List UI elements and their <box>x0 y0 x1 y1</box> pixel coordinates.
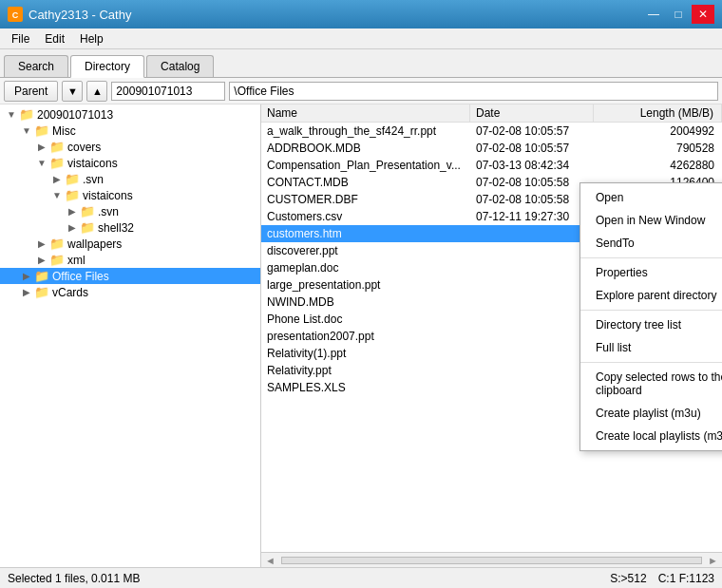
tree-item-covers[interactable]: ▶ 📁 covers <box>0 139 260 155</box>
tree-item-xml[interactable]: ▶ 📁 xml <box>0 252 260 268</box>
col-header-date[interactable]: Date <box>470 104 594 122</box>
file-length-0: 2004992 <box>594 123 722 139</box>
svg-text:C: C <box>12 10 19 20</box>
tab-search[interactable]: Search <box>4 55 68 77</box>
file-date-4: 07-02-08 10:05:58 <box>470 192 594 207</box>
expand-icon-vcards[interactable]: ▶ <box>19 287 34 297</box>
file-row-2[interactable]: Compensation_Plan_Presentation_v... 07-0… <box>261 157 722 174</box>
file-date-0: 07-02-08 10:05:57 <box>470 123 594 139</box>
folder-icon-svn-l3: 📁 <box>65 172 80 186</box>
folder-icon-root: 📁 <box>19 107 34 122</box>
menu-help[interactable]: Help <box>72 30 111 47</box>
col-header-name[interactable]: Name <box>261 104 470 122</box>
tree-item-svn-l4[interactable]: ▶ 📁 .svn <box>0 203 260 219</box>
ctx-open-new-window[interactable]: Open in New Window <box>580 209 722 232</box>
tree-label-root: 200901071013 <box>37 108 113 122</box>
menu-edit[interactable]: Edit <box>37 30 72 47</box>
tree-label-covers: covers <box>67 141 101 154</box>
file-date-1: 07-02-08 10:05:57 <box>470 141 594 156</box>
status-right: S:>512 C:1 F:1123 <box>610 572 714 585</box>
file-name-13: Relativity(1).ppt <box>261 346 470 361</box>
expand-icon-covers[interactable]: ▶ <box>34 142 49 152</box>
ctx-dir-tree-list[interactable]: Directory tree list <box>580 313 722 336</box>
tree-item-vcards[interactable]: ▶ 📁 vCards <box>0 284 260 300</box>
expand-icon-office[interactable]: ▶ <box>19 271 34 281</box>
tree-label-vcards: vCards <box>52 286 88 299</box>
tree-item-office-files[interactable]: ▶ 📁 Office Files <box>0 268 260 284</box>
expand-icon-wallpapers[interactable]: ▶ <box>34 238 49 249</box>
expand-icon-xml[interactable]: ▶ <box>34 255 49 265</box>
parent-button[interactable]: Parent <box>4 81 58 102</box>
tab-directory[interactable]: Directory <box>70 55 144 78</box>
folder-icon-svn-l4: 📁 <box>80 204 95 218</box>
close-button[interactable]: ✕ <box>692 5 714 24</box>
expand-icon-shell32[interactable]: ▶ <box>65 222 80 233</box>
folder-icon-wallpapers: 📁 <box>49 237 65 251</box>
tree-item-root[interactable]: ▼ 📁 200901071013 <box>0 106 260 123</box>
file-date-5: 07-12-11 19:27:30 <box>470 209 594 224</box>
tree-label-svn-l3: .svn <box>83 173 104 186</box>
tree-item-svn-l3[interactable]: ▶ 📁 .svn <box>0 171 260 187</box>
tree-item-vistaicons-l3[interactable]: ▼ 📁 vistaicons <box>0 187 260 203</box>
file-name-9: large_presentation.ppt <box>261 277 470 293</box>
expand-icon-root[interactable]: ▼ <box>4 109 19 120</box>
file-date-9 <box>470 277 594 293</box>
ctx-create-playlist[interactable]: Create playlist (m3u) <box>580 402 722 425</box>
context-menu: Open Open in New Window SendTo ► Propert… <box>580 182 722 451</box>
folder-icon-vcards: 📁 <box>34 285 49 299</box>
tree-panel[interactable]: ▼ 📁 200901071013 ▼ 📁 Misc ▶ 📁 covers ▼ 📁… <box>0 104 261 567</box>
tree-label-misc: Misc <box>52 124 76 138</box>
ctx-sendto[interactable]: SendTo ► <box>580 232 722 255</box>
menu-bar: File Edit Help <box>0 28 722 49</box>
ctx-separator-3 <box>580 362 722 363</box>
file-date-10 <box>470 294 594 310</box>
menu-file[interactable]: File <box>4 30 37 47</box>
current-path-display: \Office Files <box>229 82 718 101</box>
file-length-1: 790528 <box>594 141 722 156</box>
file-name-8: gameplan.doc <box>261 260 470 275</box>
ctx-separator-1 <box>580 257 722 258</box>
maximize-button[interactable]: □ <box>667 5 690 24</box>
tree-item-vistaicons-l2[interactable]: ▼ 📁 vistaicons <box>0 155 260 171</box>
catalog-path-input[interactable] <box>111 82 225 101</box>
tree-item-shell32[interactable]: ▶ 📁 shell32 <box>0 219 260 236</box>
expand-icon-vistaicons-l3[interactable]: ▼ <box>49 190 65 200</box>
file-date-12 <box>470 329 594 344</box>
ctx-full-list[interactable]: Full list <box>580 336 722 359</box>
file-row-0[interactable]: a_walk_through_the_sf424_rr.ppt 07-02-08… <box>261 123 722 140</box>
file-date-15 <box>470 380 594 395</box>
file-date-7 <box>470 243 594 258</box>
expand-icon-vistaicons-l2[interactable]: ▼ <box>34 158 49 168</box>
tab-catalog[interactable]: Catalog <box>146 55 214 77</box>
folder-icon-covers: 📁 <box>49 140 65 154</box>
file-column-headers: Name Date Length (MB/B) <box>261 104 722 123</box>
expand-icon-misc[interactable]: ▼ <box>19 125 34 136</box>
ctx-create-local-playlists[interactable]: Create local playlists (m3u) <box>580 425 722 447</box>
file-name-15: SAMPLES.XLS <box>261 380 470 395</box>
file-date-6 <box>470 226 594 241</box>
ctx-explore-parent[interactable]: Explore parent directory <box>580 284 722 307</box>
tree-label-vistaicons-l3: vistaicons <box>83 189 133 202</box>
toolbar: Parent ▼ ▲ \Office Files <box>0 78 722 104</box>
col-header-length[interactable]: Length (MB/B) <box>594 104 722 122</box>
file-row-1[interactable]: ADDRBOOK.MDB 07-02-08 10:05:57 790528 <box>261 140 722 157</box>
ctx-properties[interactable]: Properties <box>580 261 722 284</box>
tree-item-wallpapers[interactable]: ▶ 📁 wallpapers <box>0 236 260 252</box>
ctx-separator-2 <box>580 310 722 311</box>
ctx-open[interactable]: Open <box>580 186 722 209</box>
nav-down-button[interactable]: ▼ <box>62 81 83 102</box>
ctx-copy-rows[interactable]: Copy selected rows to the clipboard ► <box>580 366 722 402</box>
file-date-2: 07-03-13 08:42:34 <box>470 158 594 173</box>
nav-up-button[interactable]: ▲ <box>86 81 107 102</box>
folder-icon-xml: 📁 <box>49 253 65 267</box>
status-bar: Selected 1 files, 0.011 MB S:>512 C:1 F:… <box>0 567 722 588</box>
horizontal-scrollbar[interactable]: ◄ ► <box>261 552 722 567</box>
status-left: Selected 1 files, 0.011 MB <box>8 572 140 585</box>
window-controls: — □ ✕ <box>642 5 714 24</box>
expand-icon-svn-l4[interactable]: ▶ <box>65 206 80 217</box>
minimize-button[interactable]: — <box>642 5 665 24</box>
expand-icon-svn-l3[interactable]: ▶ <box>49 174 65 184</box>
file-name-1: ADDRBOOK.MDB <box>261 141 470 156</box>
tree-label-svn-l4: .svn <box>98 205 119 218</box>
tree-item-misc[interactable]: ▼ 📁 Misc <box>0 123 260 139</box>
